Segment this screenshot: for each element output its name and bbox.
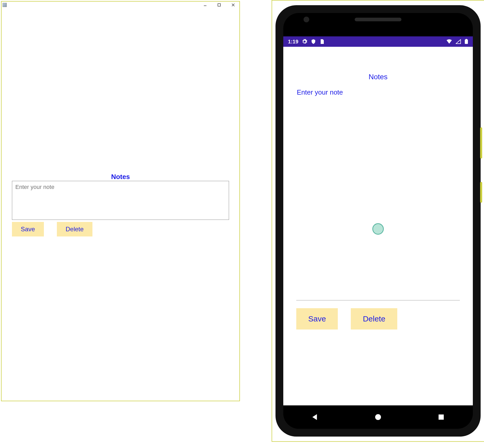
maximize-button[interactable] <box>217 2 222 8</box>
back-icon[interactable] <box>311 413 319 421</box>
notes-title: Notes <box>12 173 229 181</box>
phone-speaker <box>355 18 401 21</box>
button-row: Save Delete <box>296 308 460 330</box>
delete-button[interactable]: Delete <box>57 222 92 236</box>
wifi-icon <box>446 39 452 44</box>
svg-rect-4 <box>465 39 468 44</box>
status-bar: 1:19 <box>283 36 473 47</box>
touch-indicator-icon <box>372 223 384 235</box>
save-button[interactable]: Save <box>12 222 44 236</box>
app-icon <box>3 3 7 7</box>
phone-app-screen: Notes Save Delete <box>283 47 473 405</box>
note-input[interactable] <box>12 181 229 220</box>
note-input[interactable] <box>296 87 460 300</box>
phone-screen: 1:19 Notes Save Delet <box>283 13 473 429</box>
gear-icon <box>302 39 307 44</box>
android-navbar <box>283 405 473 429</box>
desktop-window: Notes Save Delete <box>1 1 240 401</box>
status-right <box>446 39 468 44</box>
status-time: 1:19 <box>288 39 298 45</box>
minimize-button[interactable] <box>203 2 208 8</box>
svg-rect-7 <box>439 414 444 420</box>
svg-rect-5 <box>466 39 467 40</box>
battery-icon <box>465 39 468 44</box>
notes-panel: Notes Save Delete <box>12 173 229 236</box>
home-icon[interactable] <box>374 413 382 421</box>
signal-icon <box>456 39 461 44</box>
phone-camera <box>304 17 309 22</box>
shield-icon <box>311 39 316 44</box>
desktop-body: Notes Save Delete <box>2 8 239 401</box>
phone-device: 1:19 Notes Save Delet <box>275 5 481 437</box>
delete-button[interactable]: Delete <box>351 308 397 330</box>
window-titlebar <box>2 2 239 8</box>
notes-title: Notes <box>296 73 460 81</box>
phone-mockup-frame: 1:19 Notes Save Delet <box>272 0 484 442</box>
recent-apps-icon[interactable] <box>437 413 445 421</box>
svg-rect-1 <box>218 4 220 6</box>
status-left: 1:19 <box>288 39 324 45</box>
phone-side-button <box>480 127 482 159</box>
sd-card-icon <box>320 39 324 44</box>
save-button[interactable]: Save <box>296 308 338 330</box>
close-button[interactable] <box>231 2 236 8</box>
phone-side-button <box>480 182 482 203</box>
window-controls <box>203 2 238 8</box>
button-row: Save Delete <box>12 222 229 236</box>
svg-point-6 <box>375 414 381 420</box>
